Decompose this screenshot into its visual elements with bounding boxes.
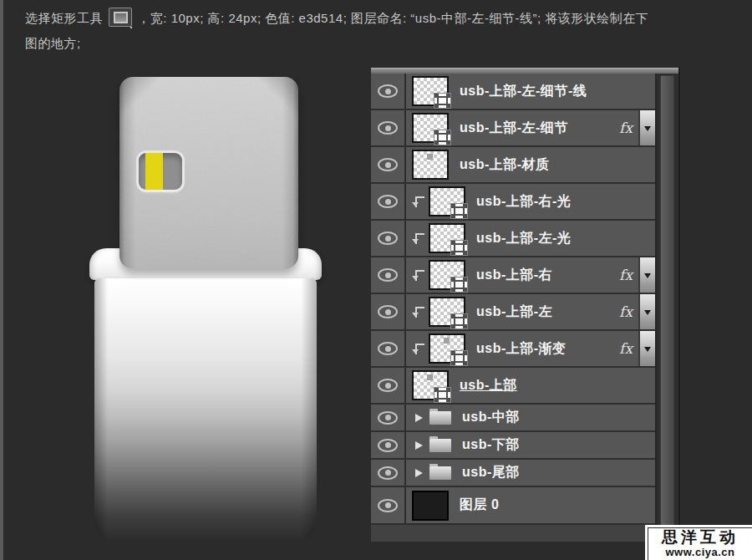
layer-row-usb-top-left-detail[interactable]: usb-上部-左-细节 fx [371,110,655,147]
layer-thumbnail[interactable] [412,370,449,400]
vector-mask-badge-icon [434,94,450,108]
eye-icon [378,84,398,98]
layer-row-usb-top-left-light[interactable]: usb-上部-左-光 [371,221,655,257]
group-row-usb-lower[interactable]: usb-下部 [371,432,655,460]
panel-top-edge [371,68,678,74]
layer-row-usb-top-left[interactable]: usb-上部-左 fx [371,294,655,331]
vector-mask-badge-icon [451,314,467,328]
expand-triangle-icon[interactable] [415,441,423,450]
watermark: 思洋互动 www.ciya.cn [645,525,752,560]
layer-row-usb-top-right-light[interactable]: usb-上部-右-光 [371,184,655,221]
rectangle-glyph [114,12,128,23]
visibility-toggle[interactable] [371,257,406,293]
visibility-toggle[interactable] [371,368,406,403]
layer-name[interactable]: usb-上部-右-光 [476,193,571,211]
eye-icon [378,158,398,171]
expand-triangle-icon[interactable] [415,414,423,422]
clipping-mask-arrow-icon [415,233,424,244]
fx-collapse-button[interactable] [638,294,655,329]
vector-mask-badge-icon [451,351,467,365]
visibility-toggle[interactable] [371,460,406,486]
document-canvas[interactable] [3,50,368,560]
layer-thumbnail[interactable] [412,76,449,106]
layers-list: usb-上部-左-细节-线 usb-上部-左-细节 fx usb-上部-材质 [371,74,655,525]
fx-badge[interactable]: fx [619,267,633,283]
group-name[interactable]: usb-中部 [462,409,520,426]
visibility-toggle[interactable] [371,487,406,523]
eye-icon [378,305,398,318]
usb-connector-body-shape [94,278,317,542]
layer-row-usb-top-material[interactable]: usb-上部-材质 [371,147,655,184]
layer-name[interactable]: usb-上部-左-细节 [460,120,568,137]
visibility-toggle[interactable] [371,74,406,109]
visibility-toggle[interactable] [371,221,406,256]
eye-icon [378,232,398,245]
group-name[interactable]: usb-下部 [462,436,520,454]
layer-name[interactable]: usb-上部-左 [476,303,552,321]
layer-thumbnail[interactable] [412,491,449,521]
group-name[interactable]: usb-尾部 [462,464,520,481]
group-row-usb-tail[interactable]: usb-尾部 [371,460,655,487]
vector-mask-badge-icon [451,241,467,255]
layer-name[interactable]: usb-上部-材质 [460,156,550,174]
expand-triangle-icon[interactable] [415,469,423,477]
layer-row-usb-top-left-detail-line[interactable]: usb-上部-左-细节-线 [371,74,655,110]
usb-top-cap-shape [119,77,298,269]
visibility-toggle[interactable] [371,110,406,145]
clipping-mask-arrow-icon [415,344,424,354]
group-row-usb-middle[interactable]: usb-中部 [371,405,655,432]
fx-collapse-button[interactable] [638,257,655,293]
layer-name[interactable]: usb-上部-渐变 [476,340,567,358]
layer-thumbnail[interactable] [429,297,465,327]
usb-detail-slot-shape [139,153,182,190]
layer-name[interactable]: usb-上部 [460,377,517,395]
layer-thumbnail[interactable] [412,113,449,143]
rectangle-tool-icon [109,8,132,27]
visibility-toggle[interactable] [371,294,406,329]
instruction-prefix: 选择矩形工具 [25,11,103,25]
vector-mask-badge-icon [451,277,467,292]
clipping-mask-arrow-icon [415,307,424,318]
visibility-toggle[interactable] [371,184,406,219]
layer-thumbnail[interactable] [429,260,465,290]
watermark-title: 思洋互动 [648,528,752,547]
visibility-toggle[interactable] [371,331,406,366]
scrollbar-thumb[interactable] [660,75,674,530]
eye-icon [378,466,398,480]
instruction-line-1: 选择矩形工具 ，宽: 10px; 高: 24px; 色值: e3d514; 图层… [25,6,744,31]
layers-panel: usb-上部-左-细节-线 usb-上部-左-细节 fx usb-上部-材质 [371,68,680,542]
visibility-toggle[interactable] [371,432,406,458]
group-folder-icon [429,466,451,480]
eye-icon [378,439,398,452]
usb-yellow-detail-line [145,153,163,190]
fx-badge[interactable]: fx [619,120,633,136]
clipping-mask-arrow-icon [415,196,424,207]
fx-badge[interactable]: fx [619,303,633,320]
eye-icon [378,411,398,425]
layer-thumbnail[interactable] [429,223,465,253]
layer-thumbnail[interactable] [412,150,449,180]
eye-icon [378,342,398,355]
eye-icon [378,499,398,512]
visibility-toggle[interactable] [371,405,406,430]
vector-mask-badge-icon [434,388,450,402]
eye-icon [378,195,398,208]
layer-name[interactable]: 图层 0 [460,496,499,514]
visibility-toggle[interactable] [371,147,406,182]
layer-row-usb-top-gradient[interactable]: usb-上部-渐变 fx [371,331,655,368]
layers-scrollbar[interactable] [655,74,678,542]
layer-name[interactable]: usb-上部-左-光 [476,230,571,247]
layer-thumbnail[interactable] [429,333,465,364]
layer-row-usb-top[interactable]: usb-上部 [371,368,655,405]
eye-icon [378,379,398,392]
instruction-text: 选择矩形工具 ，宽: 10px; 高: 24px; 色值: e3d514; 图层… [25,6,744,56]
layer-row-background[interactable]: 图层 0 [371,487,655,525]
fx-collapse-button[interactable] [638,331,655,366]
layer-name[interactable]: usb-上部-左-细节-线 [460,83,587,100]
layer-thumbnail[interactable] [429,186,465,216]
eye-icon [378,121,398,135]
fx-badge[interactable]: fx [619,340,633,357]
fx-collapse-button[interactable] [638,110,655,145]
layer-row-usb-top-right[interactable]: usb-上部-右 fx [371,257,655,294]
layer-name[interactable]: usb-上部-右 [476,267,552,284]
